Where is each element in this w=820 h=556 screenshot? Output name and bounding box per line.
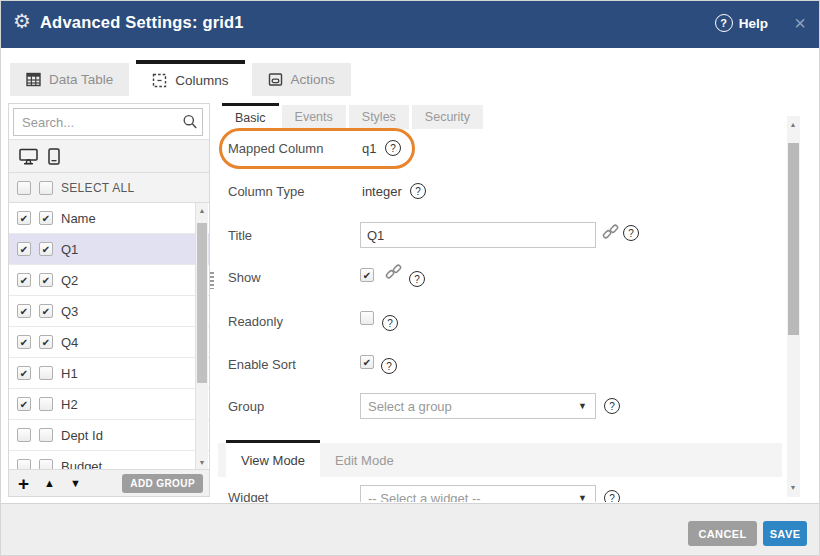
readonly-help-icon[interactable]: ? (382, 315, 398, 331)
select-all-mobile-checkbox[interactable] (39, 181, 53, 195)
close-icon[interactable]: × (794, 9, 806, 37)
list-item[interactable]: Budget (9, 451, 209, 471)
group-select-value: Select a group (368, 399, 452, 414)
group-help-icon[interactable]: ? (604, 398, 620, 414)
column-label: Q1 (61, 242, 78, 257)
list-item[interactable]: ✔✔Q4 (9, 327, 209, 358)
list-item[interactable]: ✔✔Q1 (9, 234, 209, 265)
scrollbar-thumb[interactable] (197, 223, 207, 383)
tab-events[interactable]: Events (282, 105, 346, 129)
column-label: Q2 (61, 273, 78, 288)
mobile-checkbox[interactable]: ✔ (39, 273, 53, 287)
help-button[interactable]: ? Help (715, 14, 768, 32)
readonly-checkbox[interactable] (360, 311, 374, 325)
show-checkbox[interactable]: ✔ (360, 268, 374, 282)
tab-data-table[interactable]: Data Table (10, 63, 129, 96)
move-up-button[interactable]: ▲ (44, 477, 55, 489)
save-button[interactable]: SAVE (763, 521, 807, 546)
search-input[interactable] (13, 108, 203, 136)
show-help-icon[interactable]: ? (409, 271, 425, 287)
scroll-down-icon[interactable]: ▼ (787, 483, 799, 493)
select-all-row[interactable]: SELECT ALL (9, 173, 209, 203)
tab-styles[interactable]: Styles (349, 105, 409, 129)
scroll-down-icon[interactable]: ▼ (196, 458, 208, 468)
cancel-button[interactable]: CANCEL (688, 521, 757, 546)
desktop-checkbox[interactable] (17, 428, 31, 442)
mobile-checkbox[interactable]: ✔ (39, 335, 53, 349)
mobile-checkbox[interactable]: ✔ (39, 242, 53, 256)
mobile-checkbox[interactable] (39, 428, 53, 442)
desktop-checkbox[interactable]: ✔ (17, 366, 31, 380)
tab-columns[interactable]: Columns (136, 60, 244, 96)
scroll-up-icon[interactable]: ▲ (196, 206, 208, 216)
tab-edit-mode[interactable]: Edit Mode (320, 443, 409, 477)
group-select[interactable]: Select a group ▼ (360, 393, 596, 419)
title-label: Title (228, 228, 252, 243)
columns-sidebar: SELECT ALL ✔✔Name✔✔Q1✔✔Q2✔✔Q3✔✔Q4✔H1✔H2D… (8, 103, 210, 497)
list-item[interactable]: ✔✔Q3 (9, 296, 209, 327)
column-settings-panel: Basic Events Styles Security Mapped Colu… (218, 103, 782, 502)
scroll-up-icon[interactable]: ▲ (787, 120, 799, 130)
mobile-checkbox[interactable]: ✔ (39, 304, 53, 318)
help-label: Help (739, 16, 768, 31)
column-type-help-icon[interactable]: ? (410, 183, 426, 199)
mapped-column-label: Mapped Column (228, 141, 323, 156)
widget-help-icon[interactable]: ? (604, 490, 620, 502)
tab-actions[interactable]: Actions (252, 63, 351, 96)
list-item[interactable]: ✔✔Name (9, 203, 209, 234)
list-item[interactable]: ✔H1 (9, 358, 209, 389)
title-input[interactable] (360, 222, 596, 248)
widget-select-value: -- Select a widget -- (368, 491, 481, 503)
panel-scrollbar[interactable]: ▲ ▼ (787, 116, 800, 497)
column-type-label: Column Type (228, 184, 304, 199)
column-label: H2 (61, 397, 78, 412)
desktop-checkbox[interactable]: ✔ (17, 397, 31, 411)
columns-icon (152, 73, 167, 88)
move-down-button[interactable]: ▼ (70, 477, 81, 489)
dialog-header: ⚙ Advanced Settings: grid1 ? Help × (0, 0, 820, 48)
enable-sort-checkbox[interactable]: ✔ (360, 355, 374, 369)
tab-basic[interactable]: Basic (222, 103, 279, 129)
title-link-icon[interactable] (602, 223, 619, 240)
sidebar-scrollbar[interactable]: ▲ ▼ (195, 203, 208, 471)
desktop-checkbox[interactable]: ✔ (17, 242, 31, 256)
mobile-checkbox[interactable]: ✔ (39, 211, 53, 225)
gear-icon: ⚙ (13, 11, 31, 31)
enable-sort-label: Enable Sort (228, 357, 296, 372)
desktop-checkbox[interactable]: ✔ (17, 304, 31, 318)
mobile-icon[interactable] (48, 148, 60, 165)
desktop-checkbox[interactable]: ✔ (17, 273, 31, 287)
help-circle-icon: ? (715, 14, 733, 32)
tab-label: Columns (175, 73, 228, 88)
list-item[interactable]: ✔H2 (9, 389, 209, 420)
mapped-column-help-icon[interactable]: ? (385, 140, 401, 156)
desktop-checkbox[interactable]: ✔ (17, 211, 31, 225)
mode-tab-bar: View Mode Edit Mode (226, 440, 409, 477)
column-label: Name (61, 211, 96, 226)
column-label: Q3 (61, 304, 78, 319)
list-item[interactable]: ✔✔Q2 (9, 265, 209, 296)
add-group-button[interactable]: ADD GROUP (122, 474, 203, 493)
search-bar (9, 104, 209, 139)
tab-security[interactable]: Security (412, 105, 483, 129)
mobile-checkbox[interactable] (39, 397, 53, 411)
widget-label: Widget (228, 490, 268, 502)
scrollbar-thumb[interactable] (788, 143, 799, 335)
enable-sort-help-icon[interactable]: ? (381, 358, 397, 374)
tab-view-mode[interactable]: View Mode (226, 440, 320, 477)
settings-tab-bar: Basic Events Styles Security (222, 103, 483, 129)
desktop-icon[interactable] (19, 148, 38, 165)
tab-label: Actions (291, 72, 335, 87)
widget-select[interactable]: -- Select a widget -- ▼ (360, 485, 596, 502)
tab-label: Data Table (49, 72, 113, 87)
select-all-desktop-checkbox[interactable] (17, 181, 31, 195)
title-help-icon[interactable]: ? (623, 225, 639, 241)
show-link-icon[interactable] (385, 263, 402, 280)
desktop-checkbox[interactable]: ✔ (17, 335, 31, 349)
column-type-value: integer (362, 184, 402, 199)
mobile-checkbox[interactable] (39, 366, 53, 380)
group-label: Group (228, 399, 264, 414)
list-item[interactable]: Dept Id (9, 420, 209, 451)
add-column-button[interactable]: + (18, 474, 29, 493)
panel-resize-handle[interactable] (210, 272, 214, 289)
